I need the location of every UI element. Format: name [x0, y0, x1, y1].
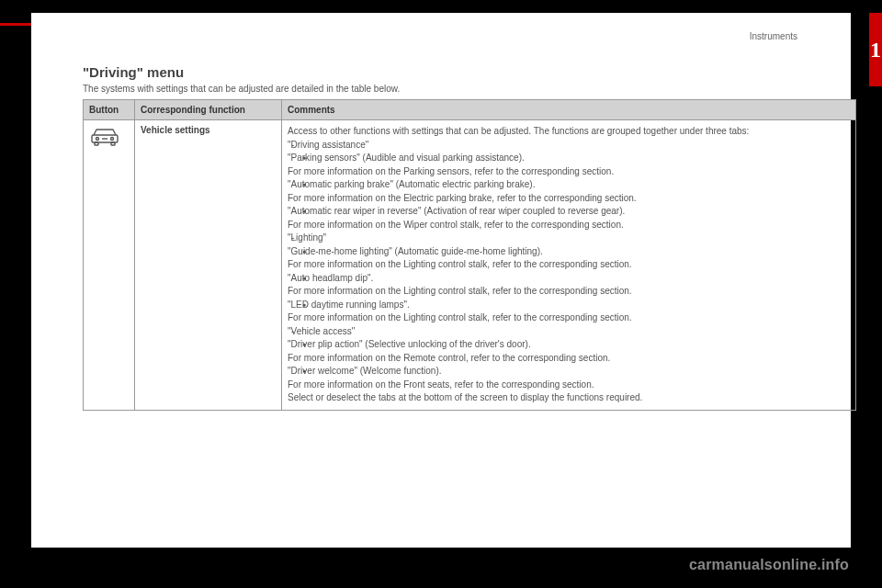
col-header-function: Corresponding function — [135, 100, 282, 120]
item-led-drl: "LED daytime running lamps". — [288, 299, 850, 312]
comments-cell: Access to other functions with settings … — [282, 120, 856, 411]
item-led-drl-note: For more information on the Lighting con… — [288, 311, 850, 325]
vehicle-settings-icon — [89, 127, 120, 147]
comments-trail: Select or deselect the tabs at the botto… — [288, 391, 850, 405]
button-cell — [84, 120, 135, 411]
tab-lighting: "Lighting" — [288, 232, 850, 245]
item-driver-welcome-note: For more information on the Front seats,… — [288, 379, 850, 392]
page-content: "Driving" menu The systems with settings… — [83, 64, 856, 411]
comments-lead: Access to other functions with settings … — [288, 125, 850, 139]
item-driver-plip-note: For more information on the Remote contr… — [288, 352, 850, 366]
col-header-comments: Comments — [282, 100, 856, 120]
item-guide-me-home-note: For more information on the Lighting con… — [288, 258, 850, 272]
watermark: carmanualsonline.info — [689, 557, 849, 573]
item-rear-wiper-reverse: "Automatic rear wiper in reverse" (Activ… — [288, 205, 850, 219]
table-row: Vehicle settings Access to other functio… — [84, 120, 856, 411]
item-auto-parking-brake: "Automatic parking brake" (Automatic ele… — [288, 178, 850, 192]
tab-driving-assistance: "Driving assistance" — [288, 139, 850, 153]
svg-point-4 — [111, 138, 114, 141]
table-header-row: Button Corresponding function Comments — [84, 100, 856, 120]
item-driver-welcome: "Driver welcome" (Welcome function). — [288, 365, 850, 379]
item-parking-sensors-note: For more information on the Parking sens… — [288, 165, 850, 179]
item-driver-plip: "Driver plip action" (Selective unlockin… — [288, 338, 850, 352]
item-parking-sensors: "Parking sensors" (Audible and visual pa… — [288, 152, 850, 165]
function-cell: Vehicle settings — [135, 120, 282, 411]
svg-rect-2 — [111, 142, 115, 145]
item-auto-parking-brake-note: For more information on the Electric par… — [288, 192, 850, 206]
section-label: Instruments — [750, 31, 797, 41]
chapter-number: 1 — [869, 38, 882, 62]
item-guide-me-home: "Guide-me-home lighting" (Automatic guid… — [288, 245, 850, 259]
tab-vehicle-access: "Vehicle access" — [288, 325, 850, 339]
item-rear-wiper-reverse-note: For more information on the Wiper contro… — [288, 219, 850, 232]
manual-page: Instruments "Driving" menu The systems w… — [31, 13, 851, 548]
item-auto-headlamp-dip: "Auto headlamp dip". — [288, 272, 850, 286]
svg-rect-1 — [95, 142, 98, 145]
svg-point-3 — [96, 138, 99, 141]
item-auto-headlamp-dip-note: For more information on the Lighting con… — [288, 285, 850, 299]
col-header-button: Button — [84, 100, 135, 120]
chapter-tab: 1 — [869, 13, 882, 86]
page-intro: The systems with settings that can be ad… — [83, 84, 856, 94]
page-title: "Driving" menu — [83, 64, 856, 80]
settings-table: Button Corresponding function Comments — [83, 99, 856, 411]
